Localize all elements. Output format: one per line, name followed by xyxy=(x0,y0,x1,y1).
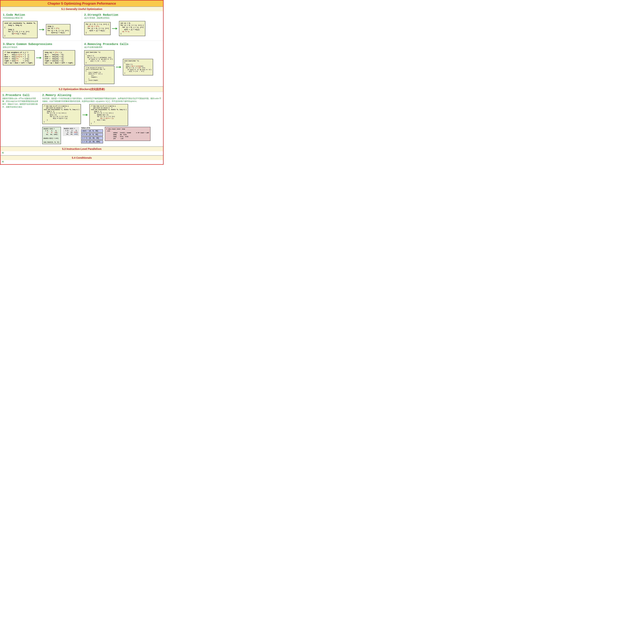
section-5-4-body: 略 xyxy=(1,160,163,164)
section-5-1-row-1: 1.Code Motion 代码转移来减少重复计算 void set_row(d… xyxy=(1,11,163,41)
section-5-2-title: 5.2 Optimization Blockers(优化阻挡者) xyxy=(1,87,163,92)
share-subexpr-panel: 3.Share Common Subexpressions 提取公共子表达式 /… xyxy=(1,41,82,86)
remove-calls-panel: 4.Removing Procedure Calls 减少不必要的函数调用 vo… xyxy=(82,41,163,86)
arrow-right-icon xyxy=(112,27,118,30)
value-b-row: i = 1: [3, 22, 16] xyxy=(81,137,103,140)
section-5-2-body: 1.Procedure Call 函数有可能有side effect或修改全局变… xyxy=(1,92,163,146)
array-a-grey: double A[9] = { 0, 1, 2, 3, 22, 224}, 32… xyxy=(63,127,79,136)
memory-aliasing-text: 内存混淆，指的是一个内存地址被几个指针所指向。在这种情况下编译器最好不要做优化操… xyxy=(42,97,161,103)
value-b-row: i = 2: [3, 22, 224] xyxy=(81,140,103,143)
strength-reduction-panel: 2.Strength Reduction 减少计算强度，例如乘法变加法 for … xyxy=(82,11,163,41)
section-5-3-title: 5.3 Instruction-Level Parallelism xyxy=(1,147,163,151)
memory-aliasing-title: 2.Memory Aliasing xyxy=(42,94,161,97)
value-b-row: init: [4, 8, 16] xyxy=(81,129,103,133)
value-b-row: i = 0: [3, 8, 16] xyxy=(81,133,103,136)
code-motion-before: void set_row(double *a, double *b, long … xyxy=(3,21,37,38)
code-motion-panel: 1.Code Motion 代码转移来减少重复计算 void set_row(d… xyxy=(1,11,82,41)
share-subexpr-title: 3.Share Common Subexpressions xyxy=(3,43,79,46)
arrow-right-icon xyxy=(82,113,88,116)
remove-calls-desc: 减少不必要的函数调用 xyxy=(84,46,161,48)
share-subexpr-desc: 提取公共子表达式 xyxy=(3,46,79,48)
section-5-1-row-2: 3.Share Common Subexpressions 提取公共子表达式 /… xyxy=(1,41,163,86)
arrow-right-icon xyxy=(115,66,122,69)
remove-calls-after: void lower(char *s) { size_t i; size_t l… xyxy=(123,59,153,75)
procedure-call-title: 1.Procedure Call xyxy=(2,94,39,97)
share-before: /* Sum neighbors of i,j */ up = val[(i-1… xyxy=(3,50,35,65)
strength-before: for (i = 0; i < n; i++) { int ni = n*i; … xyxy=(84,22,111,35)
strength-after: int ni = 0; for (i = 0; i < n; i++) { fo… xyxy=(119,21,145,36)
strength-reduction-title: 2.Strength Reduction xyxy=(84,13,161,17)
code-motion-title: 1.Code Motion xyxy=(3,13,79,17)
section-5-4-title: 5.4 Conditionals xyxy=(1,156,163,160)
asm-inner-loop: # sum_rows2 inner loop .L10: addsd (%rdi… xyxy=(105,127,150,141)
sum-rows2-code: /* Sum rows is of n X n matrix a and sto… xyxy=(89,104,128,126)
procedure-call-text: 函数有可能有side effect或修改全局变量，所以complier对于函数调… xyxy=(2,97,39,108)
arrow-right-icon xyxy=(39,28,45,31)
value-b-column: init: [4, 8, 16] i = 0: [3, 8, 16] i = 1… xyxy=(81,129,103,143)
code-motion-desc: 代码转移来减少重复计算 xyxy=(3,17,79,19)
code-motion-after: long j; int ni = n*i; for (j = 0; j < n;… xyxy=(46,24,70,35)
value-b-label: Value of B: xyxy=(81,127,103,129)
remove-calls-title: 4.Removing Procedure Calls xyxy=(84,43,161,46)
arrow-right-icon xyxy=(36,56,42,59)
sum-rows1-code: /* Sum rows is of n X n matrix a and sto… xyxy=(42,104,81,124)
strength-reduction-desc: 减少计算强度，例如乘法变加法 xyxy=(84,17,161,19)
remove-calls-before: void lower(char *s) { size_t i; for (i =… xyxy=(84,50,114,65)
section-5-1-title: 5.1 Generally Useful Optimization xyxy=(1,7,163,11)
strlen-impl: /* My version of strlen */ size_t strlen… xyxy=(84,66,114,84)
memory-aliasing-panel: 2.Memory Aliasing 内存混淆，指的是一个内存地址被几个指针所指向… xyxy=(40,92,163,146)
section-5-3-body: 略 xyxy=(1,151,163,155)
array-a-green: double A[9] = { 0, 1, 2, 4, 8, 16}, 32, … xyxy=(42,127,61,144)
share-after: long inj = i*n + j; up = val[inj - n]; d… xyxy=(43,50,75,65)
page-title: Chapter 5 Optimizing Program Peformance xyxy=(1,1,163,7)
procedure-call-panel: 1.Procedure Call 函数有可能有side effect或修改全局变… xyxy=(1,92,40,146)
